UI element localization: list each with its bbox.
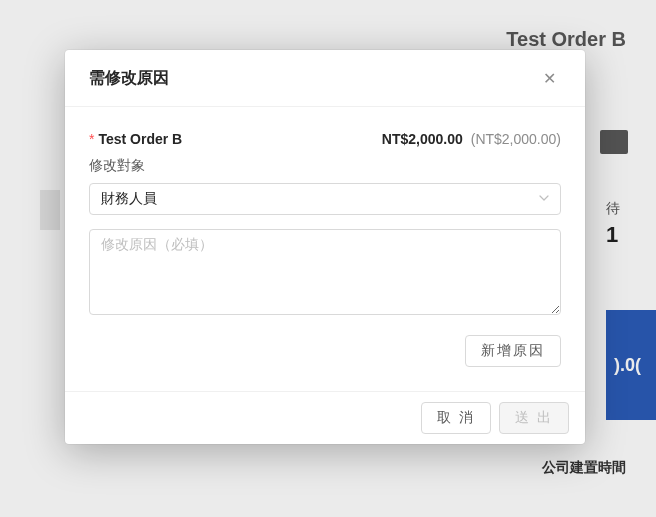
- modal-footer: 取 消 送 出: [65, 391, 585, 444]
- add-reason-row: 新增原因: [89, 335, 561, 367]
- order-name-text: Test Order B: [98, 131, 182, 147]
- target-select-value: 財務人員: [101, 190, 157, 208]
- modal-title: 需修改原因: [89, 68, 169, 89]
- order-name: *Test Order B: [89, 131, 182, 147]
- order-amounts: NT$2,000.00 (NT$2,000.00): [382, 131, 561, 147]
- target-label: 修改對象: [89, 157, 561, 175]
- reason-textarea[interactable]: [89, 229, 561, 315]
- add-reason-button[interactable]: 新增原因: [465, 335, 561, 367]
- amount-sub: (NT$2,000.00): [471, 131, 561, 147]
- close-button[interactable]: ✕: [537, 66, 561, 90]
- target-select-wrapper[interactable]: 財務人員: [89, 183, 561, 215]
- required-mark: *: [89, 131, 94, 147]
- amount-main: NT$2,000.00: [382, 131, 463, 147]
- target-select[interactable]: 財務人員: [89, 183, 561, 215]
- modal-header: 需修改原因 ✕: [65, 50, 585, 107]
- modal-body: *Test Order B NT$2,000.00 (NT$2,000.00) …: [65, 107, 585, 391]
- close-icon: ✕: [543, 69, 556, 88]
- cancel-button[interactable]: 取 消: [421, 402, 491, 434]
- order-row: *Test Order B NT$2,000.00 (NT$2,000.00): [89, 131, 561, 147]
- submit-button[interactable]: 送 出: [499, 402, 569, 434]
- modification-reason-modal: 需修改原因 ✕ *Test Order B NT$2,000.00 (NT$2,…: [65, 50, 585, 444]
